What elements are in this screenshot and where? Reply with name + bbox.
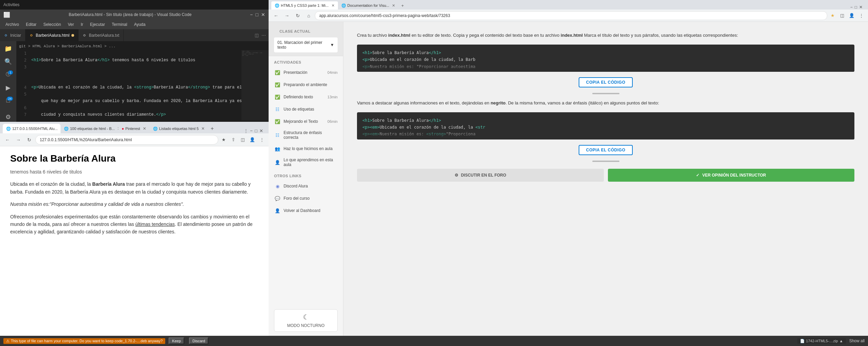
right-home-button[interactable]: ⌂ <box>304 11 313 20</box>
link-label-discord: Discord Alura <box>284 184 308 188</box>
right-tab-docs[interactable]: 🌐 Documentation for Visu... ✕ <box>338 1 398 10</box>
browser-tab-listado[interactable]: 🌐 Listado etiquetas html 5 ✕ <box>150 124 207 133</box>
menu-archivo[interactable]: Archivo <box>3 21 22 28</box>
vscode-tab-iniciar[interactable]: ⭘ Iniciar <box>0 29 25 41</box>
more-actions-icon[interactable]: ⋯ <box>261 33 266 38</box>
browser-settings-icon[interactable]: ⋮ <box>244 128 248 133</box>
status-bar: ⚠ This type of file can harm your comput… <box>0 336 868 346</box>
right-browser-tabs: 🌐 HTML5 y CSS3 parte 1: Mi... ✕ 🌐 Docume… <box>269 0 868 10</box>
night-mode-button[interactable]: ☾ MODO NOCTURNO <box>274 309 338 332</box>
restore-icon[interactable]: □ <box>256 12 258 17</box>
browser-restore-icon[interactable]: □ <box>255 128 257 133</box>
profile-icon[interactable]: 👤 <box>248 136 256 144</box>
extensions-browser-icon[interactable]: ◫ <box>239 136 247 144</box>
warning-icon: ⚠ <box>6 339 10 343</box>
right-more-icon[interactable]: ⋮ <box>857 12 865 20</box>
right-address-bar[interactable] <box>315 11 827 20</box>
breadcrumb-text: git > HTML Alura > BarberiAalura.html > … <box>19 44 116 48</box>
menu-seleccion[interactable]: Selección <box>40 21 64 28</box>
explorer-icon[interactable]: 📁 <box>3 44 14 53</box>
code-lines-area[interactable]: 1 2 3 4 5 6 7 <h1>Sobre la Barbería Alur… <box>16 50 269 120</box>
menu-ver[interactable]: Ver <box>65 21 76 28</box>
address-bar-bottom[interactable] <box>35 135 218 145</box>
activities-label[interactable]: Activities <box>3 2 19 7</box>
right-tab-html5[interactable]: 🌐 HTML5 y CSS3 parte 1: Mi... ✕ <box>271 1 338 10</box>
remote-icon[interactable]: ⚙ <box>3 112 14 122</box>
paragraph-1: Ubicada en el corazón de la ciudad, la B… <box>10 180 258 196</box>
browser-close-icon[interactable]: ✕ <box>259 128 263 133</box>
right-tab-label-docs: Documentation for Visu... <box>347 3 389 7</box>
right-forward-button[interactable]: → <box>282 11 292 20</box>
code-content[interactable]: <h1>Sobre la Barbería Alura</h1> tenemos… <box>30 50 241 120</box>
forward-button[interactable]: → <box>14 135 23 145</box>
menu-ayuda[interactable]: Ayuda <box>131 21 148 28</box>
tab-close-pinterest[interactable]: ✕ <box>143 126 146 131</box>
link-dashboard[interactable]: 👤 Volver al Dashboard <box>269 204 343 217</box>
right-browser-minimize[interactable]: − <box>850 5 853 10</box>
browser-minimize-icon[interactable]: − <box>250 128 253 133</box>
more-menu-icon[interactable]: ⋮ <box>258 136 266 144</box>
page-heading: Sobre la Barbería Alura <box>10 153 258 164</box>
discard-button[interactable]: Discard <box>189 337 208 344</box>
activity-estructura[interactable]: ☷ Estructura de énfasis correcta <box>269 128 343 143</box>
menu-editar[interactable]: Editar <box>23 21 39 28</box>
activity-haz[interactable]: 👥 Haz lo que hicimos en aula <box>269 143 343 155</box>
tab-close-listado[interactable]: ✕ <box>201 126 205 131</box>
discuss-forum-button[interactable]: ⚙ DISCUTIR EN EL FORO <box>357 169 604 182</box>
menu-ejecutar[interactable]: Ejecutar <box>87 21 108 28</box>
vscode-title-bar: ⬜ BarberiAalura.html - Sin título (área … <box>0 10 269 20</box>
vscode-code-editor[interactable]: git > HTML Alura > BarberiAalura.html > … <box>16 41 269 122</box>
activity-check-icon-presentacion: ✅ <box>274 69 281 76</box>
right-new-tab-button[interactable]: + <box>398 1 407 10</box>
share-icon[interactable]: ⇧ <box>229 136 237 144</box>
current-class-selector[interactable]: 01. Marcacion del primer texto ▼ <box>274 37 338 52</box>
activity-presentacion[interactable]: ✅ Presentación 04min <box>269 66 343 79</box>
new-tab-button[interactable]: + <box>207 124 217 133</box>
activity-preparando[interactable]: ✅ Preparando el ambiente <box>269 79 343 91</box>
browser-tab-pinterest[interactable]: ● Pinterest ✕ <box>118 124 150 133</box>
activity-list-icon-uso: ☷ <box>274 106 281 113</box>
activity-check-icon-definiendo: ✅ <box>274 94 281 100</box>
copy-code-button-1[interactable]: COPIA EL CÓDIGO <box>579 77 633 87</box>
link-discord[interactable]: ◉ Discord Alura <box>269 180 343 192</box>
right-refresh-button[interactable]: ↻ <box>293 11 303 20</box>
right-profile-icon[interactable]: 👤 <box>848 12 856 20</box>
right-browser-restore[interactable]: □ <box>855 5 857 10</box>
browser-tab-html-tags[interactable]: 🌐 100 etiquetas de html - B... ✕ <box>61 124 118 133</box>
right-star-icon[interactable]: ★ <box>829 12 837 20</box>
right-tab-close-docs[interactable]: ✕ <box>392 3 395 8</box>
discord-icon: ◉ <box>274 183 281 190</box>
browser-tab-localhost[interactable]: 🌐 127.0.0.1:5500/HTML Alu... ✕ <box>3 124 61 133</box>
instructor-opinion-button[interactable]: ✓ VER OPINIÓN DEL INSTRUCTOR <box>608 169 855 182</box>
close-icon[interactable]: ✕ <box>261 12 265 17</box>
vscode-tab-barberiaalura-html[interactable]: ⭘ BarberiAalura.html <box>25 29 79 41</box>
right-tab-close-html5[interactable]: ✕ <box>331 3 335 8</box>
menu-terminal[interactable]: Terminal <box>109 21 130 28</box>
tab-favicon-pinterest: ● <box>122 127 124 131</box>
right-extensions-icon[interactable]: ◫ <box>838 12 846 20</box>
activity-definiendo[interactable]: ✅ Definiendo texto 13min <box>269 91 343 103</box>
keep-button[interactable]: Keep <box>169 337 184 344</box>
vscode-tab-barberiaalura-txt[interactable]: ⭘ BarberiAalura.txt <box>79 29 123 41</box>
split-editor-icon[interactable]: ◫ <box>255 33 259 38</box>
refresh-button[interactable]: ↻ <box>24 135 34 145</box>
activity-aprendimos[interactable]: 👤 Lo que aprendimos en esta aula <box>269 155 343 170</box>
menu-ir[interactable]: Ir <box>78 21 86 28</box>
debug-icon[interactable]: ▶ <box>3 83 14 93</box>
show-all-button[interactable]: Show all <box>849 339 865 343</box>
activity-mejorando[interactable]: ✅ Mejorando el Texto 06min <box>269 115 343 128</box>
extensions-icon[interactable]: □ 24 <box>3 96 14 105</box>
bookmark-icon[interactable]: ★ <box>220 136 228 144</box>
right-browser-close[interactable]: ✕ <box>859 5 863 10</box>
activity-uso[interactable]: ☷ Uso de etiquetas <box>269 103 343 115</box>
copy-code-button-2[interactable]: COPIA EL CÓDIGO <box>579 145 633 155</box>
back-button[interactable]: ← <box>3 135 12 145</box>
minimize-icon[interactable]: − <box>250 12 253 17</box>
code-block-2: <h1>Sobre la Barbería Alura</h1> <p><em>… <box>357 112 854 139</box>
link-foro[interactable]: 💬 Foro del curso <box>269 192 343 204</box>
lesson-section2-text: Vamos a destacar algunas informaciones e… <box>357 100 854 107</box>
right-back-button[interactable]: ← <box>271 11 281 20</box>
activity-list-icon-estructura: ☷ <box>274 132 281 138</box>
search-icon[interactable]: 🔍 <box>3 57 14 66</box>
source-control-icon[interactable]: Ⓣ 1 <box>3 70 14 79</box>
